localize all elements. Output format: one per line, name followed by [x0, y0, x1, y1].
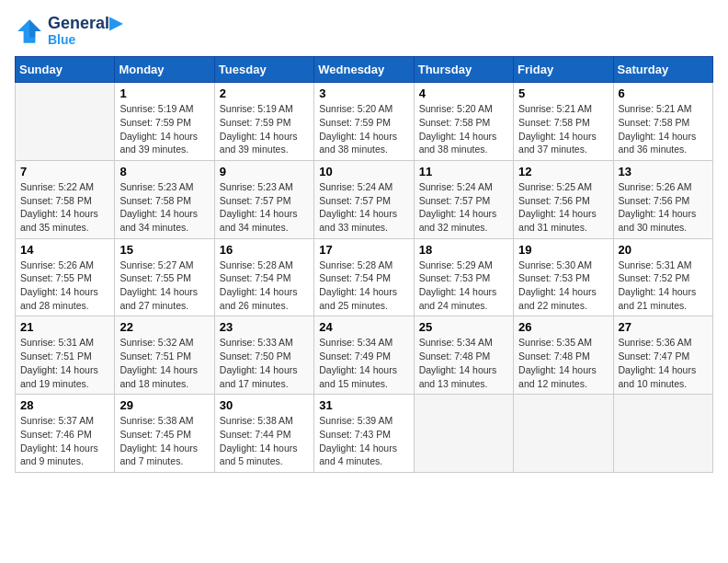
- day-number: 21: [20, 320, 109, 334]
- calendar-cell: 29Sunrise: 5:38 AM Sunset: 7:45 PM Dayli…: [115, 395, 214, 473]
- calendar-cell: 15Sunrise: 5:27 AM Sunset: 7:55 PM Dayli…: [115, 238, 214, 316]
- calendar-cell: 3Sunrise: 5:20 AM Sunset: 7:59 PM Daylig…: [314, 83, 414, 161]
- logo: General▶ Blue: [15, 15, 122, 47]
- day-info: Sunrise: 5:28 AM Sunset: 7:54 PM Dayligh…: [319, 259, 408, 313]
- day-info: Sunrise: 5:27 AM Sunset: 7:55 PM Dayligh…: [119, 259, 209, 313]
- day-info: Sunrise: 5:33 AM Sunset: 7:50 PM Dayligh…: [220, 336, 309, 390]
- day-info: Sunrise: 5:31 AM Sunset: 7:52 PM Dayligh…: [619, 259, 708, 313]
- day-number: 28: [20, 398, 109, 412]
- day-info: Sunrise: 5:38 AM Sunset: 7:44 PM Dayligh…: [220, 414, 309, 468]
- calendar-cell: 27Sunrise: 5:36 AM Sunset: 7:47 PM Dayli…: [613, 316, 712, 395]
- day-header-wednesday: Wednesday: [314, 57, 414, 83]
- calendar-cell: 13Sunrise: 5:26 AM Sunset: 7:56 PM Dayli…: [613, 160, 712, 238]
- calendar-cell: 21Sunrise: 5:31 AM Sunset: 7:51 PM Dayli…: [16, 316, 115, 395]
- calendar-cell: 4Sunrise: 5:20 AM Sunset: 7:58 PM Daylig…: [414, 83, 513, 161]
- day-number: 22: [119, 320, 209, 334]
- day-info: Sunrise: 5:21 AM Sunset: 7:58 PM Dayligh…: [518, 102, 608, 156]
- logo-icon: [15, 17, 44, 46]
- calendar-cell: 14Sunrise: 5:26 AM Sunset: 7:55 PM Dayli…: [16, 238, 115, 316]
- day-info: Sunrise: 5:38 AM Sunset: 7:45 PM Dayligh…: [119, 414, 209, 468]
- day-number: 10: [319, 165, 408, 178]
- calendar-table: SundayMondayTuesdayWednesdayThursdayFrid…: [15, 56, 713, 473]
- day-info: Sunrise: 5:35 AM Sunset: 7:48 PM Dayligh…: [518, 336, 608, 390]
- calendar-cell: 12Sunrise: 5:25 AM Sunset: 7:56 PM Dayli…: [514, 160, 613, 238]
- day-header-saturday: Saturday: [613, 57, 712, 83]
- day-number: 25: [419, 320, 508, 334]
- day-info: Sunrise: 5:36 AM Sunset: 7:47 PM Dayligh…: [619, 336, 708, 390]
- calendar-cell: 6Sunrise: 5:21 AM Sunset: 7:58 PM Daylig…: [613, 83, 712, 161]
- day-number: 19: [518, 243, 608, 257]
- day-number: 16: [220, 243, 309, 257]
- day-number: 13: [619, 165, 708, 178]
- calendar-cell: [16, 83, 115, 161]
- calendar-cell: [613, 395, 712, 473]
- day-header-tuesday: Tuesday: [214, 57, 313, 83]
- day-number: 11: [419, 165, 508, 178]
- day-number: 27: [619, 320, 708, 334]
- day-number: 20: [619, 243, 708, 257]
- svg-marker-1: [29, 19, 41, 37]
- day-info: Sunrise: 5:31 AM Sunset: 7:51 PM Dayligh…: [20, 336, 109, 390]
- calendar-cell: 7Sunrise: 5:22 AM Sunset: 7:58 PM Daylig…: [16, 160, 115, 238]
- day-info: Sunrise: 5:29 AM Sunset: 7:53 PM Dayligh…: [419, 259, 508, 313]
- day-info: Sunrise: 5:39 AM Sunset: 7:43 PM Dayligh…: [319, 414, 408, 468]
- day-info: Sunrise: 5:26 AM Sunset: 7:55 PM Dayligh…: [20, 259, 109, 313]
- day-info: Sunrise: 5:20 AM Sunset: 7:58 PM Dayligh…: [419, 102, 508, 156]
- calendar-body: 1Sunrise: 5:19 AM Sunset: 7:59 PM Daylig…: [16, 83, 713, 473]
- calendar-cell: 30Sunrise: 5:38 AM Sunset: 7:44 PM Dayli…: [214, 395, 313, 473]
- day-number: 4: [419, 86, 508, 100]
- day-number: 9: [220, 165, 309, 178]
- day-header-friday: Friday: [514, 57, 613, 83]
- day-number: 18: [419, 243, 508, 257]
- day-info: Sunrise: 5:24 AM Sunset: 7:57 PM Dayligh…: [419, 180, 508, 235]
- calendar-cell: 11Sunrise: 5:24 AM Sunset: 7:57 PM Dayli…: [414, 160, 513, 238]
- day-header-monday: Monday: [115, 57, 214, 83]
- day-info: Sunrise: 5:37 AM Sunset: 7:46 PM Dayligh…: [20, 414, 109, 468]
- calendar-header-row: SundayMondayTuesdayWednesdayThursdayFrid…: [16, 57, 713, 83]
- day-number: 30: [220, 398, 309, 412]
- day-number: 17: [319, 243, 408, 257]
- calendar-cell: 20Sunrise: 5:31 AM Sunset: 7:52 PM Dayli…: [613, 238, 712, 316]
- calendar-cell: [514, 395, 613, 473]
- calendar-week-row: 7Sunrise: 5:22 AM Sunset: 7:58 PM Daylig…: [16, 160, 713, 238]
- day-info: Sunrise: 5:32 AM Sunset: 7:51 PM Dayligh…: [119, 336, 209, 390]
- day-number: 12: [518, 165, 608, 178]
- day-info: Sunrise: 5:20 AM Sunset: 7:59 PM Dayligh…: [319, 102, 408, 156]
- day-number: 1: [119, 86, 209, 100]
- day-number: 23: [220, 320, 309, 334]
- day-number: 15: [119, 243, 209, 257]
- day-header-thursday: Thursday: [414, 57, 513, 83]
- day-number: 31: [319, 398, 408, 412]
- day-number: 24: [319, 320, 408, 334]
- calendar-cell: 24Sunrise: 5:34 AM Sunset: 7:49 PM Dayli…: [314, 316, 414, 395]
- page-header: General▶ Blue: [15, 15, 713, 47]
- calendar-week-row: 1Sunrise: 5:19 AM Sunset: 7:59 PM Daylig…: [16, 83, 713, 161]
- day-info: Sunrise: 5:28 AM Sunset: 7:54 PM Dayligh…: [220, 259, 309, 313]
- calendar-cell: 10Sunrise: 5:24 AM Sunset: 7:57 PM Dayli…: [314, 160, 414, 238]
- calendar-week-row: 28Sunrise: 5:37 AM Sunset: 7:46 PM Dayli…: [16, 395, 713, 473]
- day-number: 2: [220, 86, 309, 100]
- calendar-cell: 25Sunrise: 5:34 AM Sunset: 7:48 PM Dayli…: [414, 316, 513, 395]
- day-number: 6: [619, 86, 708, 100]
- day-info: Sunrise: 5:34 AM Sunset: 7:48 PM Dayligh…: [419, 336, 508, 390]
- day-info: Sunrise: 5:26 AM Sunset: 7:56 PM Dayligh…: [619, 180, 708, 235]
- day-info: Sunrise: 5:23 AM Sunset: 7:58 PM Dayligh…: [119, 180, 209, 235]
- logo-text: General▶ Blue: [48, 15, 122, 47]
- calendar-cell: 5Sunrise: 5:21 AM Sunset: 7:58 PM Daylig…: [514, 83, 613, 161]
- day-info: Sunrise: 5:24 AM Sunset: 7:57 PM Dayligh…: [319, 180, 408, 235]
- calendar-cell: 17Sunrise: 5:28 AM Sunset: 7:54 PM Dayli…: [314, 238, 414, 316]
- day-number: 29: [119, 398, 209, 412]
- day-info: Sunrise: 5:21 AM Sunset: 7:58 PM Dayligh…: [619, 102, 708, 156]
- calendar-cell: 1Sunrise: 5:19 AM Sunset: 7:59 PM Daylig…: [115, 83, 214, 161]
- day-number: 26: [518, 320, 608, 334]
- day-number: 5: [518, 86, 608, 100]
- day-info: Sunrise: 5:19 AM Sunset: 7:59 PM Dayligh…: [119, 102, 209, 156]
- calendar-cell: 9Sunrise: 5:23 AM Sunset: 7:57 PM Daylig…: [214, 160, 313, 238]
- calendar-cell: 18Sunrise: 5:29 AM Sunset: 7:53 PM Dayli…: [414, 238, 513, 316]
- day-info: Sunrise: 5:23 AM Sunset: 7:57 PM Dayligh…: [220, 180, 309, 235]
- day-info: Sunrise: 5:30 AM Sunset: 7:53 PM Dayligh…: [518, 259, 608, 313]
- calendar-cell: 23Sunrise: 5:33 AM Sunset: 7:50 PM Dayli…: [214, 316, 313, 395]
- calendar-cell: 31Sunrise: 5:39 AM Sunset: 7:43 PM Dayli…: [314, 395, 414, 473]
- calendar-cell: 2Sunrise: 5:19 AM Sunset: 7:59 PM Daylig…: [214, 83, 313, 161]
- day-number: 3: [319, 86, 408, 100]
